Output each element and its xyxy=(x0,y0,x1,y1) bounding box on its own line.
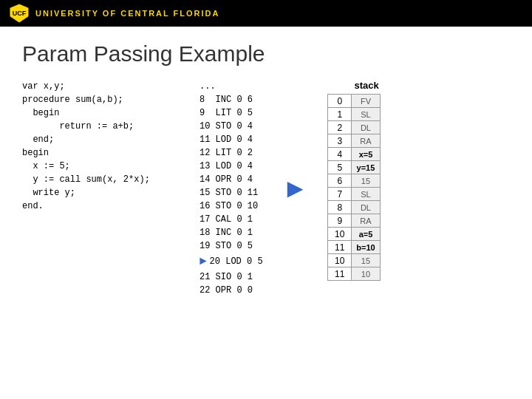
stack-index: 2 xyxy=(328,121,352,134)
stack-value: 15 xyxy=(352,174,380,188)
stack-index: 4 xyxy=(328,148,352,161)
stack-pointer-arrow: ► xyxy=(282,175,309,202)
stack-index: 6 xyxy=(328,174,352,188)
stack-row-11b: 11 10 xyxy=(328,267,380,281)
stack-value: y=15 xyxy=(352,161,380,174)
current-instruction-arrow: ► xyxy=(200,253,207,270)
header-bar: UCF UNIVERSITY OF CENTRAL FLORIDA xyxy=(0,0,532,27)
code-line: y := call sum(x, 2*x); xyxy=(22,173,185,186)
stack-index: 7 xyxy=(328,188,352,201)
code-line: end. xyxy=(22,200,185,213)
instruction-row-21: 21 SIO 0 1 xyxy=(200,270,263,284)
code-line: begin xyxy=(22,146,185,160)
code-line: procedure sum(a,b); xyxy=(22,93,185,106)
stack-row-5: 5 y=15 xyxy=(328,161,380,174)
instruction-row-18: 18 INC 0 1 xyxy=(200,226,263,239)
stack-row-2: 2 DL xyxy=(328,121,380,134)
stack-row-9: 9 RA xyxy=(328,214,380,228)
ucf-shield-icon: UCF xyxy=(9,3,30,24)
stack-index: 1 xyxy=(328,108,352,121)
instruction-row-9: 9 LIT 0 5 xyxy=(200,106,263,120)
stack-index: 3 xyxy=(328,134,352,148)
instruction-row-19: 19 STO 0 5 xyxy=(200,239,263,253)
code-line: begin xyxy=(22,106,185,120)
stack-value: SL xyxy=(352,188,380,201)
stack-value: b=10 xyxy=(352,241,380,254)
stack-row-11a: 11 b=10 xyxy=(328,241,380,254)
stack-index: 11 xyxy=(328,267,352,281)
stack-row-0: 0 FV xyxy=(328,95,380,108)
stack-row-4: 4 x=5 xyxy=(328,148,380,161)
stack-value: 15 xyxy=(352,254,380,267)
code-line: end; xyxy=(22,133,185,146)
stack-index: 10 xyxy=(328,254,352,267)
stack-index: 0 xyxy=(328,95,352,108)
instruction-row-16: 16 STO 0 10 xyxy=(200,200,263,213)
instruction-row-11: 11 LOD 0 4 xyxy=(200,133,263,146)
stack-index: 8 xyxy=(328,201,352,214)
instruction-row-22: 22 OPR 0 0 xyxy=(200,284,263,297)
stack-row-10a: 10 a=5 xyxy=(328,228,380,241)
svg-text:UCF: UCF xyxy=(13,10,27,17)
university-name: UNIVERSITY OF CENTRAL FLORIDA xyxy=(35,9,220,18)
instruction-row-10: 10 STO 0 4 xyxy=(200,120,263,133)
stack-value: FV xyxy=(352,95,380,108)
stack-value: a=5 xyxy=(352,228,380,241)
stack-label: stack xyxy=(354,80,380,91)
code-line: return := a+b; xyxy=(22,120,185,133)
instruction-row-13: 13 LOD 0 4 xyxy=(200,160,263,173)
stack-table: 0 FV 1 SL 2 DL 3 RA xyxy=(327,94,380,281)
content-area: var x,y; procedure sum(a,b); begin retur… xyxy=(22,80,510,297)
stack-row-8: 8 DL xyxy=(328,201,380,214)
stack-index: 11 xyxy=(328,241,352,254)
stack-index: 10 xyxy=(328,228,352,241)
instruction-row-20-arrow: ► 20 LOD 0 5 xyxy=(200,253,263,270)
main-content: Param Passing Example var x,y; procedure… xyxy=(0,27,532,304)
stack-row-6: 6 15 xyxy=(328,174,380,188)
stack-row-3: 3 RA xyxy=(328,134,380,148)
code-line: write y; xyxy=(22,186,185,200)
code-block: var x,y; procedure sum(a,b); begin retur… xyxy=(22,80,185,213)
instruction-row-12: 12 LIT 0 2 xyxy=(200,146,263,160)
university-logo: UCF UNIVERSITY OF CENTRAL FLORIDA xyxy=(9,3,220,24)
code-line: x := 5; xyxy=(22,160,185,173)
instruction-row-17: 17 CAL 0 1 xyxy=(200,213,263,226)
instruction-row-8: 8 INC 0 6 xyxy=(200,93,263,106)
instruction-row-15: 15 STO 0 11 xyxy=(200,186,263,200)
stack-value: RA xyxy=(352,214,380,228)
stack-index: 5 xyxy=(328,161,352,174)
code-line: var x,y; xyxy=(22,80,185,93)
instructions-block: ... 8 INC 0 6 9 LIT 0 5 10 STO 0 4 11 LO… xyxy=(200,80,263,297)
stack-row-7: 7 SL xyxy=(328,188,380,201)
stack-row-10b: 10 15 xyxy=(328,254,380,267)
instruction-row-20: 20 LOD 0 5 xyxy=(210,255,263,268)
stack-value: DL xyxy=(352,121,380,134)
page-title: Param Passing Example xyxy=(22,41,510,66)
stack-value: x=5 xyxy=(352,148,380,161)
stack-value: 10 xyxy=(352,267,380,281)
stack-section: stack 0 FV 1 SL 2 DL 3 xyxy=(327,80,380,281)
stack-value: RA xyxy=(352,134,380,148)
stack-value: DL xyxy=(352,201,380,214)
stack-index: 9 xyxy=(328,214,352,228)
stack-row-1: 1 SL xyxy=(328,108,380,121)
instruction-dots: ... xyxy=(200,80,263,93)
instruction-row-14: 14 OPR 0 4 xyxy=(200,173,263,186)
stack-value: SL xyxy=(352,108,380,121)
